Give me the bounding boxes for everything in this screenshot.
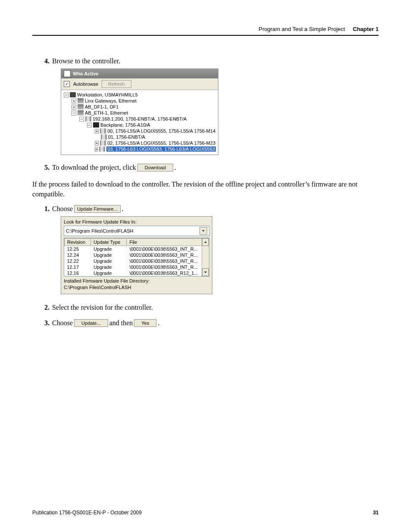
table-cell: \0001\000E\0038\5563_INT_R... (127, 258, 209, 264)
tree-node-linx[interactable]: +Linx Gateways, Ethernet (72, 98, 215, 104)
look-label: Look for Firmware Update Files In: (64, 219, 209, 224)
table-cell: 12.16 (65, 270, 91, 276)
step-number: 2. (44, 304, 50, 311)
expand-icon[interactable]: + (95, 129, 99, 134)
network-icon (78, 104, 84, 109)
firmware-dialog: Look for Firmware Update Files In: C:\Pr… (61, 216, 212, 294)
step-5: 5. To download the project, click Downlo… (44, 164, 379, 171)
workstation-icon (70, 92, 76, 97)
step-post: . (174, 164, 176, 171)
table-cell: Upgrade (91, 270, 127, 276)
module-icon (85, 116, 91, 121)
expand-icon[interactable]: + (72, 105, 76, 109)
tree-node-slot0[interactable]: +00, 1756-L55/A LOGIX5555, 1756-L55/A 17… (95, 128, 215, 134)
col-revision[interactable]: Revision (65, 239, 91, 246)
who-active-dialog: Who Active ✓ Autobrowse Refresh −Worksta… (61, 68, 218, 155)
collapse-icon[interactable]: − (79, 117, 84, 121)
update-firmware-button[interactable]: Update Firmware... (74, 205, 121, 213)
download-button[interactable]: Download (137, 164, 173, 171)
selected-node: 03, 1756-L63 LOGIX5563, 1756-L63/A LOGIX… (106, 146, 216, 152)
tree-node-df1[interactable]: +AB_DF1-1, DF1 (72, 104, 215, 110)
table-row[interactable]: 12.25Upgrade\0001\000E\0038\5563_INT_R..… (65, 246, 209, 252)
step-number: 3. (44, 319, 50, 327)
step-post: . (122, 205, 124, 213)
step-text: Select the revision for the controller. (52, 304, 153, 311)
step-2: 2. Select the revision for the controlle… (44, 304, 379, 311)
path-text: C:\Program Files\ControlFLASH (66, 228, 134, 233)
body-paragraph: If the process failed to download to the… (32, 179, 379, 199)
page-header: Program and Test a Simple Project Chapte… (32, 26, 379, 35)
network-icon (78, 98, 84, 103)
tree-node-slot2[interactable]: +02, 1756-L55/A LOGIX5555, 1756-L55/A 17… (95, 140, 215, 146)
expand-icon[interactable]: + (95, 141, 99, 146)
update-button[interactable]: Update... (74, 319, 108, 327)
table-cell: Upgrade (91, 252, 127, 258)
step-number: 5. (44, 164, 50, 171)
table-cell: 12.25 (65, 246, 91, 252)
backplane-icon (93, 122, 99, 128)
header-section: Program and Test a Simple Project (258, 26, 345, 32)
expand-icon[interactable]: + (72, 99, 76, 103)
step-number: 1. (44, 205, 50, 213)
table-cell: Upgrade (91, 246, 127, 252)
table-cell: Upgrade (91, 258, 127, 264)
scroll-up-icon[interactable] (202, 238, 209, 246)
table-cell: Upgrade (91, 264, 127, 270)
col-update-type[interactable]: Update Type (91, 239, 127, 246)
step-text: Browse to the controller. (52, 57, 120, 65)
yes-button[interactable]: Yes (134, 319, 156, 327)
table-cell: \0001\000E\0038\5563_INT_R... (127, 246, 209, 252)
tree-node-ip[interactable]: −192.168.1.200, 1756-ENBT/A, 1756-ENBT/A (79, 116, 215, 122)
dialog-titlebar[interactable]: Who Active (61, 69, 218, 78)
col-file[interactable]: File (127, 239, 209, 246)
installed-label: Installed Firmware Update File Directory… (64, 278, 209, 283)
collapse-icon[interactable]: − (64, 93, 68, 97)
table-cell: 12.22 (65, 258, 91, 264)
step-4: 4. Browse to the controller. (44, 57, 379, 65)
step-mid: and then (109, 319, 133, 327)
step-text: Choose (52, 319, 73, 327)
step-post: . (158, 319, 159, 327)
tree-node-slot1[interactable]: 01, 1756-ENBT/A (95, 134, 215, 140)
table-row[interactable]: 12.22Upgrade\0001\000E\0038\5563_INT_R..… (65, 258, 209, 264)
dropdown-icon[interactable] (199, 227, 207, 235)
table-cell: \0001\000E\0038\5563_INT_R... (127, 252, 209, 258)
step-3: 3. Choose Update... and then Yes . (44, 319, 379, 327)
header-rule (32, 35, 379, 36)
expand-icon[interactable]: + (95, 147, 98, 152)
page-number: 31 (373, 510, 379, 516)
collapse-icon[interactable]: − (72, 111, 76, 115)
table-row[interactable]: 12.17Upgrade\0001\000E\0038\5563_INT_R..… (65, 264, 209, 270)
table-header[interactable]: Revision Update Type File (65, 239, 209, 246)
table-cell: \0001\000E\0038\5563_R12_1... (127, 270, 209, 276)
page-footer: Publication 1756-QS001E-EN-P - October 2… (32, 510, 379, 516)
table-row[interactable]: 12.24Upgrade\0001\000E\0038\5563_INT_R..… (65, 252, 209, 258)
refresh-button[interactable]: Refresh (102, 80, 131, 88)
tree-node-eth[interactable]: −AB_ETH-1, Ethernet (72, 110, 215, 116)
path-field[interactable]: C:\Program Files\ControlFLASH (64, 226, 209, 236)
step-text: To download the project, click (52, 164, 136, 171)
module-icon (100, 140, 106, 146)
device-tree[interactable]: −Workstation, USMAYHMILL5 +Linx Gateways… (61, 90, 218, 155)
table-cell: \0001\000E\0038\5563_INT_R... (127, 264, 209, 270)
collapse-icon[interactable]: − (87, 123, 92, 128)
table-row[interactable]: 12.16Upgrade\0001\000E\0038\5563_R12_1..… (65, 270, 209, 276)
tree-node-backplane[interactable]: −Backplane, 1756-A10/A (87, 122, 215, 128)
publication-text: Publication 1756-QS001E-EN-P - October 2… (32, 510, 142, 516)
installed-dir: C:\Program Files\ControlFLASH (64, 285, 209, 290)
autobrowse-checkbox[interactable]: ✓ (64, 81, 70, 87)
step-number: 4. (44, 57, 50, 65)
scrollbar[interactable] (202, 238, 209, 276)
module-icon (99, 146, 105, 152)
tree-node-workstation[interactable]: −Workstation, USMAYHMILL5 (64, 92, 215, 98)
header-chapter: Chapter 1 (353, 26, 379, 32)
scroll-down-icon[interactable] (202, 268, 209, 276)
module-icon (101, 134, 107, 140)
autobrowse-label: Autobrowse (73, 81, 98, 87)
tree-node-slot3[interactable]: +03, 1756-L63 LOGIX5563, 1756-L63/A LOGI… (95, 146, 215, 152)
dialog-title: Who Active (73, 71, 99, 76)
firmware-table[interactable]: Revision Update Type File 12.25Upgrade\0… (64, 238, 209, 277)
table-cell: 12.17 (65, 264, 91, 270)
table-cell: 12.24 (65, 252, 91, 258)
step-text: Choose (52, 205, 73, 213)
